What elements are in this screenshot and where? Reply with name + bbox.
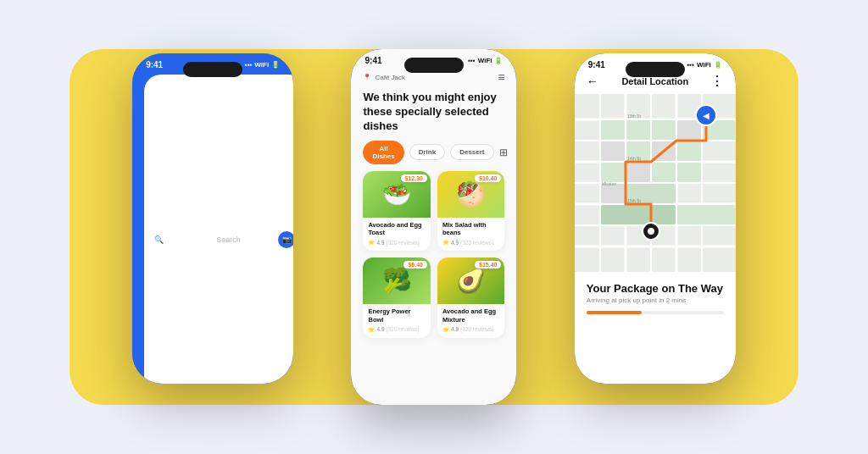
svg-rect-28	[601, 120, 625, 140]
svg-rect-41	[601, 184, 625, 203]
food-card-1[interactable]: 🥗 $12.30 Avocado and Egg Toast ⭐4.9(320 …	[363, 171, 431, 252]
map-container[interactable]: 13th St 14th St 15th St Mission ◀	[575, 94, 736, 272]
food-rating-1: ⭐4.9(320 reviews)	[368, 239, 426, 246]
svg-text:15th St: 15th St	[627, 198, 641, 203]
dynamic-island-3	[626, 62, 685, 77]
svg-rect-37	[601, 163, 625, 182]
dynamic-island-2	[404, 58, 464, 73]
food-name-2: Mix Salad with beans	[442, 221, 500, 238]
food-image-2: 🥙 $10.40	[437, 171, 505, 218]
dynamic-island	[183, 62, 242, 77]
price-badge-1: $12.30	[401, 174, 427, 182]
filter-dessert[interactable]: Dessert	[450, 144, 493, 160]
back-button[interactable]: ←	[587, 75, 598, 88]
search-bar[interactable]: 🔍 Search 📷	[144, 75, 293, 384]
food-name-3: Energy Power Bowl	[368, 307, 426, 324]
time-2: 9:41	[364, 56, 381, 65]
food-image-1: 🥗 $12.30	[363, 171, 431, 218]
svg-text:Mission: Mission	[602, 181, 616, 186]
food-headline: We think you might enjoy these specially…	[351, 87, 516, 141]
phone-shopping: 9:41 ▪▪▪ WiFi 🔋 🔍 Search 📷 Popular Air M…	[132, 53, 293, 384]
svg-rect-39	[652, 163, 676, 182]
filter-drink[interactable]: Drink	[409, 144, 445, 160]
food-info-2: Mix Salad with beans ⭐4.9(320 reviews)	[437, 218, 505, 252]
status-icons-1: ▪▪▪ WiFi 🔋	[245, 61, 280, 69]
food-name-1: Avocado and Egg Toast	[368, 221, 426, 238]
food-rating-4: ⭐4.9(320 reviews)	[442, 326, 500, 333]
delivery-info: Your Package on The Way Arriving at pick…	[575, 272, 736, 324]
filter-tabs: All Dishes Drink Dessert ⊞	[351, 141, 516, 164]
svg-rect-43	[601, 205, 676, 224]
food-image-3: 🥦 $9.40	[363, 257, 431, 304]
delivery-subtitle: Arriving at pick up point in 2 mins	[587, 296, 724, 304]
food-card-2[interactable]: 🥙 $10.40 Mix Salad with beans ⭐4.9(320 r…	[437, 171, 505, 252]
menu-dots-icon[interactable]: ≡	[498, 70, 504, 84]
cafe-name: 📍 Café Jack	[363, 74, 405, 81]
svg-rect-29	[626, 120, 650, 140]
food-info-4: Avocado and Egg Mixture ⭐4.9(320 reviews…	[437, 304, 505, 338]
price-badge-4: $15.40	[475, 261, 501, 269]
nav-title: Detail Location	[621, 76, 688, 86]
food-image-4: 🥑 $15.40	[437, 257, 505, 304]
yellow-background: 9:41 ▪▪▪ WiFi 🔋 🔍 Search 📷 Popular Air M…	[70, 49, 798, 405]
price-badge-3: $9.40	[403, 261, 427, 269]
camera-icon[interactable]: 📷	[278, 231, 293, 248]
svg-rect-31	[677, 120, 701, 140]
food-grid: 🥗 $12.30 Avocado and Egg Toast ⭐4.9(320 …	[351, 171, 516, 338]
status-icons-2: ▪▪▪ WiFi 🔋	[468, 57, 503, 64]
food-name-4: Avocado and Egg Mixture	[442, 307, 500, 324]
delivery-progress-bar	[587, 311, 642, 314]
price-badge-2: $10.40	[475, 174, 501, 182]
time-1: 9:41	[146, 60, 163, 69]
filter-all-dishes[interactable]: All Dishes	[363, 141, 403, 164]
phone-food: 9:41 ▪▪▪ WiFi 🔋 📍 Café Jack ≡ We think y…	[351, 49, 516, 405]
phone-delivery: 9:41 ▪▪▪ WiFi 🔋 ← Detail Location ⋮	[575, 53, 736, 384]
time-3: 9:41	[588, 60, 605, 69]
svg-point-52	[648, 228, 654, 235]
food-card-4[interactable]: 🥑 $15.40 Avocado and Egg Mixture ⭐4.9(32…	[437, 257, 505, 338]
svg-text:◀: ◀	[703, 111, 709, 120]
delivery-title: Your Package on The Way	[587, 282, 724, 295]
food-info-3: Energy Power Bowl ⭐4.9(320 reviews)	[363, 304, 431, 338]
search-icon: 🔍	[154, 235, 211, 244]
svg-rect-36	[677, 141, 701, 161]
map-svg: 13th St 14th St 15th St Mission ◀	[575, 94, 736, 272]
svg-text:14th St: 14th St	[627, 156, 641, 161]
svg-rect-38	[626, 163, 650, 182]
svg-rect-44	[677, 205, 735, 224]
more-options-button[interactable]: ⋮	[710, 73, 724, 89]
svg-rect-30	[652, 120, 676, 140]
svg-rect-33	[601, 141, 625, 161]
delivery-progress	[587, 311, 724, 314]
food-card-3[interactable]: 🥦 $9.40 Energy Power Bowl ⭐4.9(320 revie…	[363, 257, 431, 338]
svg-text:13th St: 13th St	[627, 114, 641, 119]
grid-view-icon[interactable]: ⊞	[499, 147, 508, 158]
food-rating-2: ⭐4.9(320 reviews)	[442, 239, 500, 246]
search-placeholder: Search	[216, 235, 273, 244]
food-rating-3: ⭐4.9(320 reviews)	[368, 326, 426, 333]
svg-rect-40	[677, 163, 701, 182]
food-info-1: Avocado and Egg Toast ⭐4.9(320 reviews)	[363, 218, 431, 252]
status-icons-3: ▪▪▪ WiFi 🔋	[687, 61, 721, 69]
